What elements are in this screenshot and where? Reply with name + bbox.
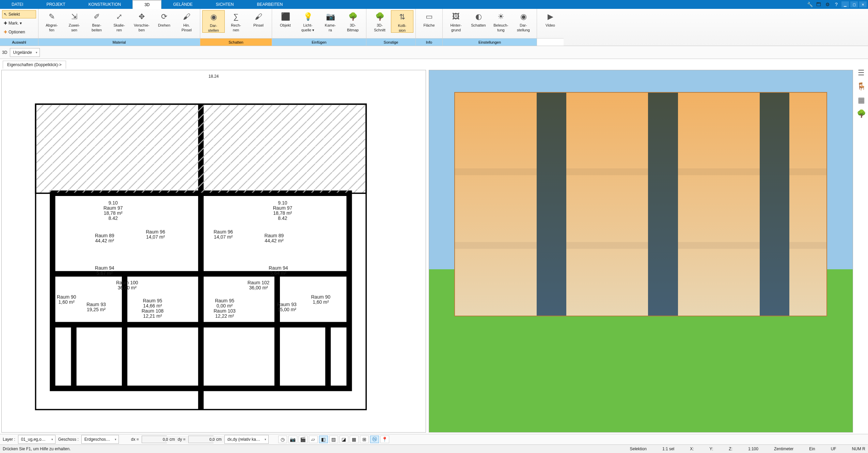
- view-b-icon[interactable]: ◧: [319, 436, 328, 443]
- group-label-einfuegen: Einfügen: [272, 38, 366, 46]
- view-d-icon[interactable]: ◪: [340, 436, 348, 443]
- menu-konstruktion[interactable]: KONSTRUKTION: [77, 0, 132, 9]
- clock-icon[interactable]: ◷: [278, 436, 287, 443]
- room-label: Raum 10036,00 m²: [116, 280, 138, 290]
- ribbon-btn-einst-0[interactable]: 🖼Hinter-grund: [445, 10, 467, 32]
- view-a-icon[interactable]: ▱: [309, 436, 318, 443]
- room-label: Raum 945,67 m²: [95, 266, 114, 276]
- mark-button[interactable]: ✚Mark. ▾: [2, 19, 36, 27]
- help-icon[interactable]: ?: [833, 1, 840, 7]
- room-label: 9.10Raum 9718,78 m²8.42: [104, 200, 123, 221]
- geschoss-label: Geschoss :: [58, 437, 79, 442]
- properties-tab[interactable]: Eigenschaften (Doppelklick)->: [3, 61, 66, 69]
- group-label-info: Info: [416, 38, 442, 46]
- group-label-schatten: Schatten: [200, 38, 272, 46]
- ribbon-btn-sonstige-1[interactable]: ⇅Kolli-sion: [391, 10, 413, 33]
- ribbon-btn-material-4[interactable]: ✥Verschie-ben: [130, 10, 153, 32]
- maximize-button[interactable]: ▢: [850, 1, 858, 7]
- side-toolbar: ☰ 🪑 ▦ 🌳: [855, 69, 867, 118]
- group-label-auswahl: Auswahl: [0, 38, 38, 46]
- ribbon-btn-sonstige-0[interactable]: 🌳3D-Schnitt: [368, 10, 391, 32]
- selekt-button[interactable]: ↖Selekt: [2, 10, 36, 18]
- ribbon-btn-material-1[interactable]: ⇲Zuwei-sen: [63, 10, 85, 32]
- menu-datei[interactable]: DATEI: [0, 0, 35, 9]
- floorplan-svg: [2, 70, 426, 453]
- ribbon-btn-video-0[interactable]: ▶Video: [539, 10, 562, 28]
- room-label: Raum 945,64 m²: [269, 266, 288, 276]
- menu-sichten[interactable]: SICHTEN: [204, 0, 246, 9]
- status-x: X:: [690, 447, 694, 451]
- ribbon-icon: 🖼: [450, 11, 462, 22]
- video-icon[interactable]: 🎬: [299, 436, 307, 443]
- rel-combo[interactable]: dx,dy (relativ ka…: [224, 435, 269, 444]
- cursor-icon: ↖: [4, 12, 7, 17]
- ribbon-btn-material-0[interactable]: ✎Abgrei-fen: [41, 10, 63, 32]
- dy-unit: cm: [216, 437, 222, 442]
- layer-select[interactable]: 01_ug,eg,o…: [18, 435, 56, 444]
- menu-gelaende[interactable]: GELÄNDE: [161, 0, 204, 9]
- status-selection: Selektion: [630, 447, 647, 451]
- settings-icon[interactable]: ⚙: [824, 1, 831, 7]
- 3d-view-pane[interactable]: [429, 70, 853, 433]
- ribbon-btn-einfuegen-1[interactable]: 💡Licht-quelle ▾: [297, 10, 319, 32]
- titlebar-right: 🔧 🗔 ⚙ ? ▁ ▢ ✕: [295, 0, 868, 9]
- ribbon-btn-einst-1[interactable]: ◐Schatten: [467, 10, 490, 28]
- tool-icon[interactable]: 🔧: [806, 1, 814, 7]
- mark-icon: ✚: [4, 21, 7, 26]
- pin-icon[interactable]: 📍: [380, 436, 389, 443]
- ribbon-btn-info-0[interactable]: ▭Fläche: [418, 10, 440, 28]
- 3d-render: [429, 70, 853, 432]
- input-bar: Layer : 01_ug,eg,o… Geschoss : Erdgescho…: [0, 434, 868, 444]
- menu-bearbeiten[interactable]: BEARBEITEN: [246, 0, 295, 9]
- menu-projekt[interactable]: PROJEKT: [35, 0, 77, 9]
- layer-combo[interactable]: Urgelände: [10, 48, 40, 57]
- menu-3d[interactable]: 3D: [132, 0, 161, 9]
- north-icon[interactable]: Ⓝ: [370, 436, 379, 443]
- ribbon-icon: ⇅: [396, 11, 408, 23]
- status-num: NUM R: [852, 447, 865, 451]
- dx-input[interactable]: ▴▾: [142, 436, 167, 443]
- ribbon-icon: ⬛: [280, 11, 291, 22]
- ribbon-btn-einst-2[interactable]: ☀Beleuch-tung: [490, 10, 512, 32]
- optionen-button[interactable]: ✚Optionen: [2, 28, 36, 36]
- ribbon-btn-material-3[interactable]: ⤢Skalie-ren: [108, 10, 130, 32]
- ribbon-btn-einfuegen-3[interactable]: 🌳3D-Bitmap: [342, 10, 364, 32]
- context-bar: 3D Urgelände: [0, 46, 868, 59]
- status-scale: 1:100: [748, 447, 758, 451]
- tree-icon[interactable]: 🌳: [857, 109, 866, 118]
- geschoss-select[interactable]: Erdgeschos…: [81, 435, 119, 444]
- status-uf: UF: [831, 447, 836, 451]
- group-label-einst: Einstellungen: [443, 38, 537, 46]
- ribbon-icon: ☀: [495, 11, 507, 22]
- furniture-icon[interactable]: 🪑: [857, 82, 866, 91]
- grid-icon[interactable]: ⊞: [360, 436, 369, 443]
- ribbon-btn-einst-3[interactable]: ◉Dar-stellung: [512, 10, 535, 32]
- dy-input[interactable]: ▴▾: [188, 436, 214, 443]
- ribbon-btn-material-2[interactable]: ✐Bear-beiten: [85, 10, 108, 32]
- ribbon-group-einfuegen: ⬛Objekt💡Licht-quelle ▾📷Kame-ra🌳3D-Bitmap…: [272, 9, 366, 46]
- ribbon-btn-material-6[interactable]: 🖌Hin.Pinsel: [175, 10, 198, 32]
- layers-icon[interactable]: ☰: [858, 69, 865, 77]
- status-z: Z:: [729, 447, 732, 451]
- ribbon-btn-material-5[interactable]: ⟳Drehen: [153, 10, 175, 28]
- ribbon-btn-schatten-0[interactable]: ◉Dar-stellen: [202, 10, 225, 33]
- ribbon-icon: ◉: [208, 11, 219, 23]
- room-label: Raum 9614,07 m²: [146, 229, 165, 240]
- close-button[interactable]: ✕: [859, 1, 867, 7]
- room-label: Raum 9514,66 m²Raum 10812,21 m²: [142, 298, 164, 319]
- minimize-button[interactable]: ▁: [841, 1, 849, 7]
- window-icon[interactable]: 🗔: [815, 1, 822, 7]
- camera-icon[interactable]: 📷: [288, 436, 297, 443]
- plan-view-pane[interactable]: 18.24 9.10Raum 9718,78 m²8.42Raum 8944,4…: [1, 70, 426, 433]
- view-c-icon[interactable]: ▨: [329, 436, 338, 443]
- view-e-icon[interactable]: ▦: [350, 436, 359, 443]
- ribbon-btn-einfuegen-2[interactable]: 📷Kame-ra: [319, 10, 342, 32]
- ribbon-group-material: ✎Abgrei-fen⇲Zuwei-sen✐Bear-beiten⤢Skalie…: [38, 9, 200, 46]
- ribbon-icon: 🌳: [374, 11, 385, 22]
- palette-icon[interactable]: ▦: [858, 96, 865, 105]
- ribbon-btn-einfuegen-0[interactable]: ⬛Objekt: [274, 10, 297, 28]
- ribbon-icon: 🖌: [253, 11, 264, 22]
- ribbon-btn-schatten-1[interactable]: ∑Rech-nen: [225, 10, 247, 32]
- room-label: Raum 901,60 m²: [57, 295, 76, 305]
- ribbon-btn-schatten-2[interactable]: 🖌Pinsel: [247, 10, 270, 28]
